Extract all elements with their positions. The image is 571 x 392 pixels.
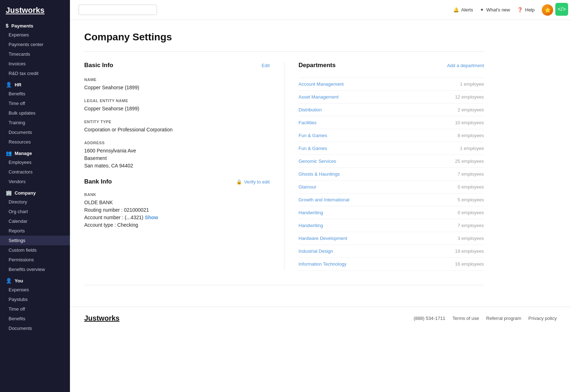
field-name: NAME Copper Seahorse (1899) [84,77,270,91]
sidebar-item-benefits-overview[interactable]: Benefits overview [0,265,70,274]
department-item: Fun & Games 8 employees [299,129,484,142]
dept-name[interactable]: Growth and International [299,197,349,202]
verify-to-edit-button[interactable]: 🔒 Verify to edit [236,179,270,185]
account-type: Account type : Checking [84,221,270,229]
help-icon: ❓ [517,7,523,12]
dept-count: 7 employees [458,223,484,228]
dept-name[interactable]: Account Management [299,81,344,87]
sidebar-item-timecards[interactable]: Timecards [0,49,70,59]
dept-count: 1 employee [460,146,484,151]
department-item: Account Management 1 employee [299,77,484,91]
dept-name[interactable]: Facilities [299,120,317,125]
sidebar-item-employees[interactable]: Employees [0,157,70,167]
sidebar-item-org-chart[interactable]: Org chart [0,207,70,216]
whats-new-button[interactable]: ✦ What's new [480,7,510,12]
footer: Justworks (888) 534-1711 Terms of use Re… [70,307,571,330]
sidebar-item-permissions[interactable]: Permissions [0,255,70,265]
sidebar-section-payments: $ Payments [0,19,70,30]
bank-info-header: Bank Info 🔒 Verify to edit [84,178,270,185]
dept-name[interactable]: Fun & Games [299,133,327,138]
sidebar-item-resources[interactable]: Resources [0,137,70,147]
left-column: Basic Info Edit NAME Copper Seahorse (18… [84,62,284,271]
topbar-right: 🔔 Alerts ✦ What's new ❓ Help 🌟 ▾ [453,4,562,16]
sidebar-item-reports[interactable]: Reports [0,226,70,236]
corner-badge[interactable]: </> [555,3,568,16]
sidebar: Justworks $ Payments Expenses Payments c… [0,0,70,392]
sidebar-item-you-documents[interactable]: Documents [0,323,70,333]
sidebar-item-custom-fields[interactable]: Custom fields [0,245,70,255]
sidebar-item-vendors[interactable]: Vendors [0,177,70,186]
footer-privacy[interactable]: Privacy policy [529,316,557,321]
field-bank: BANK OLDE BANK Routing number : 02100002… [84,192,270,229]
payments-icon: $ [6,23,9,29]
basic-info-header: Basic Info Edit [84,62,270,69]
company-icon: 🏢 [6,190,12,196]
field-legal-entity: LEGAL ENTITY NAME Copper Seahorse (1899) [84,99,270,112]
dept-name[interactable]: Hardware Development [299,236,348,241]
sidebar-item-calendar[interactable]: Calendar [0,216,70,226]
sidebar-item-directory[interactable]: Directory [0,197,70,207]
sidebar-item-you-expenses[interactable]: Expenses [0,285,70,295]
dept-name[interactable]: Glamour [299,184,317,190]
show-account-link[interactable]: Show [145,215,158,220]
sidebar-item-rd-tax-credit[interactable]: R&D tax credit [0,69,70,78]
sidebar-item-you-benefits[interactable]: Benefits [0,314,70,323]
sidebar-section-hr-label: HR [15,82,21,87]
sidebar-item-invoices[interactable]: Invoices [0,59,70,69]
page-title: Company Settings [84,31,484,43]
dept-count: 10 employees [455,120,484,125]
sidebar-item-contractors[interactable]: Contractors [0,167,70,177]
department-item: Growth and International 5 employees [299,194,484,206]
sidebar-item-documents[interactable]: Documents [0,127,70,137]
sidebar-section-payments-label: Payments [11,23,33,29]
hr-icon: 👤 [6,82,12,87]
dept-count: 0 employees [458,210,484,215]
dept-name[interactable]: Handwriting [299,210,323,215]
sidebar-item-settings[interactable]: Settings [0,236,70,245]
dept-name[interactable]: Asset Management [299,94,339,100]
sidebar-item-expenses[interactable]: Expenses [0,30,70,40]
department-item: Distribution 2 employees [299,104,484,116]
field-entity-type-label: ENTITY TYPE [84,120,270,124]
sidebar-item-benefits[interactable]: Benefits [0,89,70,99]
sidebar-item-bulk-updates[interactable]: Bulk updates [0,108,70,118]
dept-name[interactable]: Information Technology [299,261,347,267]
alerts-button[interactable]: 🔔 Alerts [453,7,473,12]
dept-name[interactable]: Handwriting [299,223,323,228]
sidebar-section-manage: 👥 Manage [0,147,70,157]
sidebar-item-payments-center[interactable]: Payments center [0,40,70,49]
bank-info-title: Bank Info [84,178,112,185]
edit-basic-info-button[interactable]: Edit [262,63,269,68]
dept-name[interactable]: Fun & Games [299,146,327,151]
dept-count: 2 employees [458,107,484,112]
department-item: Genomic Services 25 employees [299,155,484,168]
field-bank-label: BANK [84,192,270,197]
dept-count: 25 employees [455,159,484,164]
footer-referral[interactable]: Referral program [486,316,521,321]
main-wrapper: 🔔 Alerts ✦ What's new ❓ Help 🌟 ▾ Company… [70,0,571,392]
dept-count: 0 employees [458,184,484,190]
add-department-button[interactable]: Add a department [447,63,484,68]
topbar: 🔔 Alerts ✦ What's new ❓ Help 🌟 ▾ [70,0,571,20]
footer-phone: (888) 534-1711 [414,316,445,321]
field-name-label: NAME [84,77,270,82]
sidebar-item-training[interactable]: Training [0,118,70,127]
sidebar-item-paystubs[interactable]: Paystubs [0,295,70,304]
avatar[interactable]: 🌟 [542,4,553,16]
account-number-text: Account number : (...4321) [84,215,143,220]
dept-name[interactable]: Distribution [299,107,322,112]
dept-name[interactable]: Industrial Design [299,248,333,254]
dept-name[interactable]: Genomic Services [299,159,336,164]
search-input[interactable] [79,5,157,15]
content-area: Company Settings Basic Info Edit NAME Co… [70,20,571,392]
sidebar-item-you-time-off[interactable]: Time off [0,304,70,314]
footer-terms[interactable]: Terms of use [453,316,479,321]
whats-new-icon: ✦ [480,7,484,12]
account-number: Account number : (...4321) Show [84,214,270,221]
sidebar-item-time-off[interactable]: Time off [0,99,70,108]
page-content: Company Settings Basic Info Edit NAME Co… [70,20,498,307]
alerts-label: Alerts [461,7,473,12]
sidebar-logo[interactable]: Justworks [0,0,70,19]
help-button[interactable]: ❓ Help [517,7,535,12]
dept-name[interactable]: Ghosts & Hauntings [299,171,340,177]
